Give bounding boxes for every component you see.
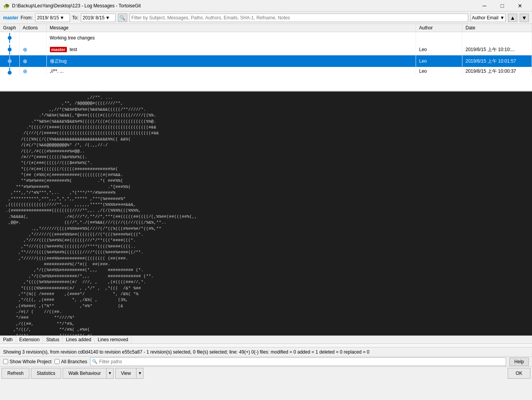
refresh-button[interactable]: Refresh bbox=[2, 368, 29, 379]
from-date-picker[interactable]: 2019/ 8/15 ▼ bbox=[35, 14, 70, 22]
view-dropdown[interactable]: ▼ bbox=[136, 368, 143, 379]
app-icon: 🐢 bbox=[3, 3, 10, 9]
action-cell bbox=[19, 32, 46, 44]
file-col-extension: Extension bbox=[16, 336, 43, 344]
action-cell[interactable]: ⊕ bbox=[19, 55, 46, 67]
from-date-value: 2019/ 8/15 bbox=[37, 15, 59, 21]
action-bar: Refresh Statistics Walk Behaviour ▼ View… bbox=[0, 366, 532, 379]
date-cell bbox=[462, 32, 532, 44]
col-header-message: Message bbox=[46, 24, 416, 32]
walk-behaviour-button[interactable]: Walk Behaviour bbox=[63, 368, 107, 379]
table-row[interactable]: Working tree changes bbox=[0, 32, 532, 44]
titlebar: 🐢 D:\Backup\LeoYang\Desktop\123 - Log Me… bbox=[0, 0, 532, 12]
col-header-date: Date bbox=[462, 24, 532, 32]
action-icon[interactable]: ⊕ bbox=[23, 58, 27, 64]
graph-cell bbox=[0, 55, 19, 67]
table-row[interactable]: ⊕ 修正bug Leo 2019/8/15 上午 10:01:57 bbox=[0, 55, 532, 67]
file-table-header: Path Extension Status Lines added Lines … bbox=[0, 336, 532, 344]
filter-type-select[interactable]: Author Email ▼ bbox=[471, 14, 506, 22]
close-button[interactable]: ✕ bbox=[511, 0, 529, 12]
filter-type-value: Author Email bbox=[472, 15, 498, 21]
to-date-picker[interactable]: 2019/ 8/15 ▼ bbox=[81, 14, 116, 22]
all-branches-label[interactable]: All Branches bbox=[55, 359, 87, 364]
log-table-body: Working tree changes ⊕ mas bbox=[0, 32, 532, 76]
walk-behaviour-dropdown[interactable]: ▼ bbox=[107, 368, 114, 379]
search-input[interactable] bbox=[131, 15, 467, 21]
file-col-lines-added: Lines added bbox=[63, 336, 94, 344]
window-title: D:\Backup\LeoYang\Desktop\123 - Log Mess… bbox=[12, 3, 476, 9]
action-icon[interactable]: ⊕ bbox=[23, 68, 27, 74]
log-table: Graph Actions Message Author Date bbox=[0, 24, 532, 75]
branch-badge: master bbox=[50, 47, 67, 52]
all-branches-text: All Branches bbox=[61, 359, 87, 364]
table-row[interactable]: ⊕ ,//**. ... Leo 2019/8/15 上午 10:00:37 bbox=[0, 67, 532, 75]
col-header-actions: Actions bbox=[19, 24, 46, 32]
search-box[interactable] bbox=[130, 14, 469, 22]
table-row[interactable]: ⊕ master test Leo 2019/8/15 上午 10:10:... bbox=[0, 44, 532, 55]
status-text: Showing 3 revision(s), from revision cd0… bbox=[3, 349, 370, 355]
graph-cell bbox=[0, 67, 19, 75]
search-icon-button[interactable]: 🔍 bbox=[118, 14, 127, 22]
author-cell: Leo bbox=[416, 44, 462, 55]
search-paths-icon: 🔍 bbox=[92, 359, 97, 364]
message-cell: ,//**. ... bbox=[46, 67, 416, 75]
diff-area[interactable]: ,//**. ... ,**, /$@@@@@#((((////**, ,,//… bbox=[0, 92, 532, 335]
statistics-button[interactable]: Statistics bbox=[31, 368, 61, 379]
commit-message: test bbox=[70, 47, 77, 52]
graph-cell bbox=[0, 44, 19, 55]
col-header-graph: Graph bbox=[0, 24, 19, 32]
action-cell[interactable]: ⊕ bbox=[19, 44, 46, 55]
all-branches-checkbox[interactable] bbox=[55, 359, 60, 364]
from-label: From: bbox=[20, 15, 32, 21]
maximize-button[interactable]: □ bbox=[493, 0, 511, 12]
window-controls: ─ □ ✕ bbox=[476, 0, 529, 12]
working-tree-message: Working tree changes bbox=[50, 35, 95, 41]
log-table-container: Graph Actions Message Author Date bbox=[0, 24, 532, 92]
ok-button[interactable]: OK bbox=[508, 368, 530, 379]
date-cell: 2019/8/15 上午 10:00:37 bbox=[462, 67, 532, 75]
message-cell: 修正bug bbox=[46, 55, 416, 67]
file-col-status: Status bbox=[43, 336, 63, 344]
action-icon[interactable]: ⊕ bbox=[23, 46, 27, 53]
filter-dropdown-icon: ▼ bbox=[500, 15, 505, 21]
to-date-dropdown-icon: ▼ bbox=[105, 15, 110, 21]
file-table-container: Path Extension Status Lines added Lines … bbox=[0, 335, 532, 347]
branch-link[interactable]: master bbox=[3, 15, 18, 21]
statusbar: Showing 3 revision(s), from revision cd0… bbox=[0, 347, 532, 356]
minimize-button[interactable]: ─ bbox=[476, 0, 493, 12]
from-date-dropdown-icon: ▼ bbox=[60, 15, 64, 21]
col-header-author: Author bbox=[416, 24, 462, 32]
message-cell: master test bbox=[46, 44, 416, 55]
file-col-lines-removed: Lines removed bbox=[95, 336, 132, 344]
log-table-header: Graph Actions Message Author Date bbox=[0, 24, 532, 32]
date-cell: 2019/8/15 上午 10:01:57 bbox=[462, 55, 532, 67]
nav-down-button[interactable]: ▼ bbox=[520, 14, 529, 22]
view-button[interactable]: View bbox=[115, 368, 137, 379]
nav-up-button[interactable]: ▲ bbox=[508, 14, 517, 22]
date-cell: 2019/8/15 上午 10:10:... bbox=[462, 44, 532, 55]
filter-paths-box[interactable]: 🔍 bbox=[90, 357, 506, 366]
filter-paths-input[interactable] bbox=[99, 359, 504, 364]
help-button[interactable]: Help bbox=[509, 357, 529, 366]
author-cell bbox=[416, 32, 462, 44]
author-cell: Leo bbox=[416, 55, 462, 67]
show-whole-project-checkbox[interactable] bbox=[3, 359, 8, 364]
message-cell: Working tree changes bbox=[46, 32, 416, 44]
action-cell[interactable]: ⊕ bbox=[19, 67, 46, 75]
file-col-path: Path bbox=[0, 336, 16, 344]
show-whole-project-label[interactable]: Show Whole Project bbox=[3, 359, 51, 364]
graph-cell bbox=[0, 32, 19, 44]
author-cell: Leo bbox=[416, 67, 462, 75]
to-date-value: 2019/ 8/15 bbox=[83, 15, 105, 21]
show-whole-project-text: Show Whole Project bbox=[10, 359, 51, 364]
to-label: To: bbox=[72, 15, 78, 21]
toolbar: master From: 2019/ 8/15 ▼ To: 2019/ 8/15… bbox=[0, 12, 532, 24]
bottom-controls: Show Whole Project All Branches 🔍 Help bbox=[0, 356, 532, 366]
